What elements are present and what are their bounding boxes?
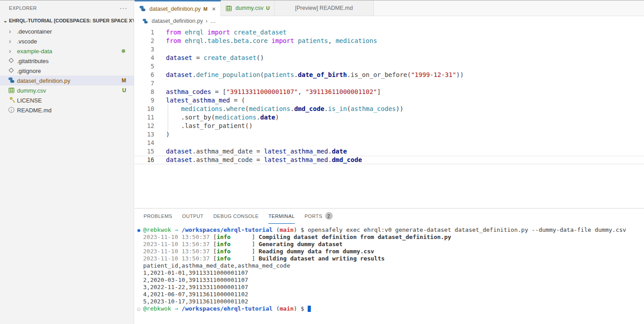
- line-number: 10: [135, 105, 154, 113]
- terminal-lines: ●@rebkwok → /workspaces/ehrql-tutorial (…: [135, 226, 644, 312]
- line-number: 1: [135, 28, 154, 37]
- explorer-header: EXPLORER ···: [0, 0, 134, 16]
- tab-dirty-badge: U: [266, 5, 270, 11]
- line-number: 11: [135, 113, 154, 122]
- git-change-dot: [122, 49, 125, 53]
- chevron-right-icon: ›: [8, 28, 17, 34]
- code-line-12[interactable]: 12 .last_for_patient(): [135, 122, 644, 130]
- file-name: example-data: [17, 48, 52, 55]
- line-number: 3: [135, 45, 154, 54]
- code-line-2[interactable]: 2from ehrql.tables.beta.core import pati…: [135, 37, 644, 45]
- terminal-line-5: 2023-11-10 13:50:37 [info ] Building dat…: [135, 255, 644, 262]
- code-line-11[interactable]: 11 .sort_by(medications.date): [135, 113, 644, 122]
- workspace-section-header[interactable]: ⌄ EHRQL-TUTORIAL [CODESPACES: SUPER SPAC…: [0, 16, 134, 26]
- line-number: 8: [135, 88, 154, 96]
- file-item--vscode[interactable]: ›.vscode: [0, 36, 134, 46]
- code-line-10[interactable]: 10 medications.where(medications.dmd_cod…: [135, 105, 644, 113]
- line-number: 14: [135, 139, 154, 147]
- explorer-sidebar: EXPLORER ··· ⌄ EHRQL-TUTORIAL [CODESPACE…: [0, 0, 134, 324]
- tab-label: dummy.csv: [236, 5, 263, 11]
- terminal-line-4: 2023-11-10 13:50:37 [info ] Reading dumm…: [135, 248, 644, 255]
- panel-tab-debug-console[interactable]: DEBUG CONSOLE: [213, 209, 258, 224]
- terminal[interactable]: ●@rebkwok → /workspaces/ehrql-tutorial (…: [135, 224, 644, 312]
- panel-tab-problems[interactable]: PROBLEMS: [144, 209, 172, 224]
- code-text: medications.where(medications.dmd_code.i…: [154, 105, 644, 113]
- code-line-1[interactable]: 1from ehrql import create_dataset: [135, 28, 644, 37]
- line-number: 5: [135, 62, 154, 71]
- code-text: .last_for_patient(): [154, 122, 644, 130]
- tab-bar: dataset_definition.pyM×dummy.csvU[Previe…: [135, 0, 644, 16]
- file-list: ›.devcontainer›.vscode›example-data.gita…: [0, 26, 134, 115]
- code-line-7[interactable]: 7: [135, 79, 644, 88]
- file-name: README.md: [17, 107, 51, 114]
- window-top-border: [0, 0, 644, 0]
- panel-tab-terminal[interactable]: TERMINAL: [268, 209, 295, 224]
- code-line-15[interactable]: 15dataset.asthma_med_date = latest_asthm…: [135, 147, 644, 156]
- git-icon: [8, 67, 17, 74]
- tab-dirty-badge: M: [203, 6, 208, 12]
- git-status-badge: M: [122, 77, 126, 84]
- code-text: from ehrql import create_dataset: [154, 28, 644, 37]
- file-item-readme-md[interactable]: iREADME.md: [0, 105, 134, 115]
- tab-dataset-definition-py[interactable]: dataset_definition.pyM×: [135, 0, 221, 16]
- code-line-3[interactable]: 3: [135, 45, 644, 54]
- file-name: .gitignore: [17, 68, 41, 74]
- chevron-down-icon: ⌄: [2, 17, 9, 24]
- code-line-4[interactable]: 4dataset = create_dataset(): [135, 54, 644, 62]
- chevron-right-icon: ›: [8, 38, 17, 44]
- file-item-example-data[interactable]: ›example-data: [0, 46, 134, 56]
- breadcrumb-file[interactable]: dataset_definition.py: [152, 18, 203, 24]
- code-line-14[interactable]: 14: [135, 139, 644, 147]
- breadcrumb-tail[interactable]: …: [210, 18, 216, 24]
- code-editor[interactable]: 1from ehrql import create_dataset2from e…: [135, 26, 644, 164]
- line-number: 15: [135, 147, 154, 156]
- terminal-line-11: 5,2023-10-17,39113611000001102: [135, 298, 644, 305]
- code-line-8[interactable]: 8asthma_codes = ["39113311000001107", "3…: [135, 88, 644, 96]
- more-actions-icon[interactable]: ···: [119, 6, 127, 10]
- code-text: [154, 139, 644, 147]
- code-line-6[interactable]: 6dataset.define_population(patients.date…: [135, 71, 644, 79]
- terminal-line-2: 2023-11-10 13:50:37 [info ] Compiling da…: [135, 234, 644, 241]
- close-icon[interactable]: ×: [212, 5, 216, 13]
- panel-tab-output[interactable]: OUTPUT: [182, 209, 203, 224]
- panel-tab-bar: PROBLEMSOUTPUTDEBUG CONSOLETERMINALPORTS…: [135, 209, 644, 224]
- terminal-line-12: ○@rebkwok → /workspaces/ehrql-tutorial (…: [135, 305, 644, 312]
- file-item-dataset-definition-py[interactable]: dataset_definition.pyM: [0, 76, 134, 85]
- code-line-13[interactable]: 13): [135, 130, 644, 139]
- code-text: .sort_by(medications.date): [154, 113, 644, 122]
- code-line-16[interactable]: 16dataset.asthma_med_code = latest_asthm…: [135, 156, 644, 164]
- code-line-9[interactable]: 9latest_asthma_med = (: [135, 96, 644, 105]
- file-name: LICENSE: [17, 97, 42, 104]
- tab-label: [Preview] README.md: [295, 5, 353, 11]
- code-text: dataset.asthma_med_code = latest_asthma_…: [154, 156, 644, 164]
- terminal-line-7: 1,2021-01-01,39113311000001107: [135, 269, 644, 277]
- line-number: 13: [135, 130, 154, 139]
- tab--preview-readme-md[interactable]: [Preview] README.md: [275, 0, 374, 16]
- bottom-panel: PROBLEMSOUTPUTDEBUG CONSOLETERMINALPORTS…: [135, 208, 644, 324]
- breadcrumb-separator-icon: ›: [206, 18, 208, 24]
- panel-tab-label: TERMINAL: [268, 213, 295, 219]
- prompt-circle-icon: ○: [137, 306, 140, 313]
- line-number: 2: [135, 37, 154, 45]
- code-text: from ehrql.tables.beta.core import patie…: [154, 37, 644, 45]
- code-text: [154, 45, 644, 54]
- explorer-title: EXPLORER: [9, 5, 37, 11]
- code-lines: 1from ehrql import create_dataset2from e…: [135, 28, 644, 164]
- file-item--gitattributes[interactable]: .gitattributes: [0, 56, 134, 66]
- file-name: dataset_definition.py: [17, 77, 70, 84]
- file-item--devcontainer[interactable]: ›.devcontainer: [0, 26, 134, 36]
- file-item--gitignore[interactable]: .gitignore: [0, 66, 134, 76]
- terminal-line-9: 3,2022-11-22,39113311000001107: [135, 284, 644, 291]
- line-number: 7: [135, 79, 154, 88]
- breadcrumb[interactable]: dataset_definition.py › …: [135, 16, 644, 26]
- code-line-5[interactable]: 5: [135, 62, 644, 71]
- info-icon: i: [8, 107, 17, 114]
- terminal-line-8: 2,2020-03-10,39113311000001107: [135, 277, 644, 284]
- panel-tab-ports[interactable]: PORTS2: [305, 209, 333, 224]
- python-icon: [142, 18, 148, 24]
- file-item-license[interactable]: LICENSE: [0, 95, 134, 105]
- terminal-cursor: [308, 306, 311, 312]
- tab-dummy-csv[interactable]: dummy.csvU: [221, 0, 275, 16]
- panel-tab-label: OUTPUT: [182, 213, 203, 219]
- file-item-dummy-csv[interactable]: dummy.csvU: [0, 85, 134, 95]
